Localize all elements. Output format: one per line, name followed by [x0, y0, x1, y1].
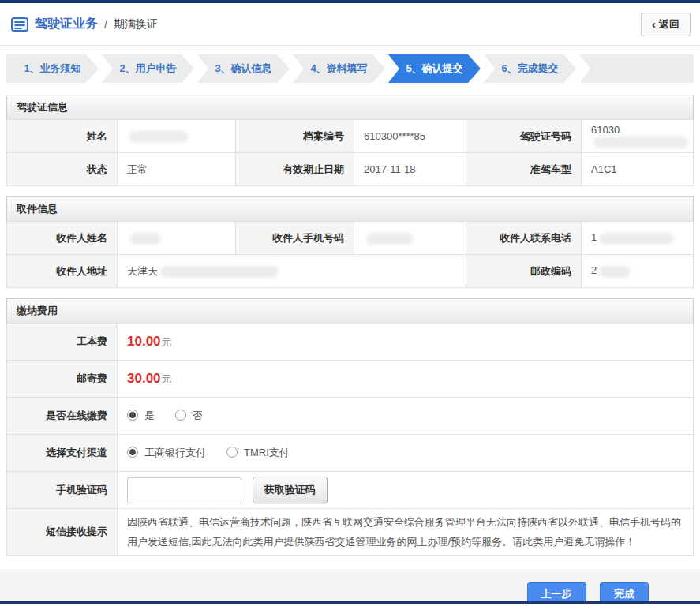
license-info-table: 姓名 档案编号 610300****85 驾驶证号码 61030 状态 正常 有…	[6, 119, 694, 186]
step-3-confirm-info[interactable]: 3、确认信息	[197, 54, 290, 83]
header: 驾驶证业务 / 期满换证 ‹ 返回	[0, 3, 700, 46]
form-list-icon	[11, 17, 28, 32]
postcode-value: 2	[582, 255, 694, 288]
radio-channel-icbc[interactable]	[127, 447, 138, 458]
step-5-confirm-submit[interactable]: 5、确认提交	[388, 54, 481, 83]
radio-online-yes[interactable]	[127, 410, 138, 421]
expiry-value: 2017-11-18	[354, 153, 466, 186]
table-row: 收件人地址 天津天 邮政编码 2	[7, 255, 694, 288]
sms-code-input[interactable]	[127, 477, 241, 503]
payment-channel-options: 工商银行支付TMRI支付	[118, 435, 694, 472]
table-row: 邮寄费 30.00元	[7, 361, 694, 398]
recipient-address-value: 天津天	[118, 255, 466, 288]
status-value: 正常	[118, 153, 236, 186]
table-row: 短信接收提示 因陕西省联通、电信运营商技术问题，陕西省互联网交通安全综合服务管理…	[7, 509, 694, 556]
table-row: 选择支付渠道 工商银行支付TMRI支付	[7, 435, 694, 472]
bottom-border	[0, 601, 700, 604]
recipient-phone-value: 1	[582, 222, 694, 255]
step-4-fill-data[interactable]: 4、资料填写	[293, 54, 385, 83]
redacted-name	[129, 131, 189, 143]
radio-channel-tmri-label[interactable]: TMRI支付	[244, 447, 290, 458]
pickup-section-title: 取件信息	[6, 196, 694, 221]
sms-note-text: 因陕西省联通、电信运营商技术问题，陕西省互联网交通安全综合服务管理平台无法向持陕…	[118, 509, 694, 556]
radio-online-no[interactable]	[175, 410, 186, 421]
payment-fees-section: 缴纳费用 工本费 10.00元 邮寄费 30.00元 是否在线缴费 是否 选择支…	[6, 298, 694, 556]
table-row: 收件人姓名 收件人手机号码 收件人联系电话 1	[7, 222, 694, 255]
license-section-title: 驾驶证信息	[6, 95, 694, 119]
breadcrumb: 驾驶证业务 / 期满换证	[11, 16, 158, 32]
recipient-mobile-label: 收件人手机号码	[236, 222, 354, 255]
redacted-mobile	[366, 233, 414, 245]
step-6-complete-submit[interactable]: 6、完成提交	[484, 54, 576, 83]
back-button-label: 返回	[659, 17, 679, 32]
redacted-license-no	[593, 137, 688, 148]
license-no-value: 61030	[582, 120, 694, 153]
recipient-phone-label: 收件人联系电话	[466, 222, 582, 255]
sms-note-label: 短信接收提示	[7, 509, 118, 556]
online-payment-options: 是否	[118, 398, 694, 435]
file-no-label: 档案编号	[236, 120, 354, 153]
mailing-fee-value: 30.00元	[118, 361, 694, 398]
postcode-label: 邮政编码	[466, 255, 582, 288]
vehicle-class-value: A1C1	[582, 153, 694, 186]
radio-online-no-label[interactable]: 否	[193, 410, 203, 421]
table-row: 手机验证码 获取验证码	[7, 472, 694, 509]
redacted-recipient-name	[129, 233, 161, 245]
status-label: 状态	[7, 153, 118, 186]
production-fee-label: 工本费	[7, 324, 118, 361]
online-payment-label: 是否在线缴费	[7, 398, 118, 435]
recipient-name-label: 收件人姓名	[7, 222, 118, 255]
redacted-phone	[599, 233, 674, 245]
mailing-fee-amount: 30.00	[127, 371, 161, 386]
step-1-business-notice[interactable]: 1、业务须知	[6, 54, 99, 83]
step-2-user-declaration[interactable]: 2、用户申告	[102, 54, 194, 83]
breadcrumb-separator: /	[104, 18, 107, 31]
currency-unit: 元	[162, 336, 172, 348]
get-code-button[interactable]: 获取验证码	[253, 477, 328, 503]
page-subtitle: 期满换证	[114, 17, 158, 32]
page-title: 驾驶证业务	[35, 16, 98, 32]
license-no-label: 驾驶证号码	[466, 120, 582, 153]
table-row: 是否在线缴费 是否	[7, 398, 694, 435]
fees-section-title: 缴纳费用	[6, 298, 694, 323]
recipient-address-label: 收件人地址	[7, 255, 118, 288]
currency-unit: 元	[162, 373, 172, 385]
vehicle-class-label: 准驾车型	[466, 153, 582, 186]
table-row: 姓名 档案编号 610300****85 驾驶证号码 61030	[7, 120, 694, 153]
name-label: 姓名	[7, 120, 118, 153]
radio-channel-tmri[interactable]	[226, 447, 238, 458]
table-row: 工本费 10.00元	[7, 324, 694, 361]
production-fee-value: 10.00元	[118, 324, 694, 361]
pickup-info-table: 收件人姓名 收件人手机号码 收件人联系电话 1 收件人地址 天津天 邮政编码 2	[6, 221, 694, 288]
step-nav: 1、业务须知 2、用户申告 3、确认信息 4、资料填写 5、确认提交 6、完成提…	[6, 54, 694, 83]
page: 驾驶证业务 / 期满换证 ‹ 返回 1、业务须知 2、用户申告 3、确认信息 4…	[0, 0, 700, 606]
footer-actions: 上一步 完成	[0, 569, 700, 606]
table-row: 状态 正常 有效期止日期 2017-11-18 准驾车型 A1C1	[7, 153, 694, 186]
production-fee-amount: 10.00	[127, 334, 161, 349]
chevron-left-icon: ‹	[652, 18, 656, 30]
redacted-postcode	[599, 266, 631, 278]
recipient-name-value	[118, 222, 236, 255]
file-no-value: 610300****85	[354, 120, 466, 153]
radio-channel-icbc-label[interactable]: 工商银行支付	[144, 447, 206, 458]
recipient-mobile-value	[354, 222, 466, 255]
sms-code-label: 手机验证码	[7, 472, 118, 509]
sms-code-field: 获取验证码	[118, 472, 694, 509]
step-filler	[579, 54, 694, 83]
mailing-fee-label: 邮寄费	[7, 361, 118, 398]
pickup-info-section: 取件信息 收件人姓名 收件人手机号码 收件人联系电话 1 收件人地址 天津天 邮…	[6, 196, 694, 288]
radio-online-yes-label[interactable]: 是	[144, 410, 155, 421]
fees-table: 工本费 10.00元 邮寄费 30.00元 是否在线缴费 是否 选择支付渠道 工…	[6, 323, 694, 556]
name-value	[118, 120, 236, 153]
redacted-address	[160, 266, 279, 278]
expiry-label: 有效期止日期	[236, 153, 354, 186]
payment-channel-label: 选择支付渠道	[7, 435, 118, 472]
back-button[interactable]: ‹ 返回	[641, 13, 691, 36]
license-info-section: 驾驶证信息 姓名 档案编号 610300****85 驾驶证号码 61030 状…	[6, 95, 694, 186]
